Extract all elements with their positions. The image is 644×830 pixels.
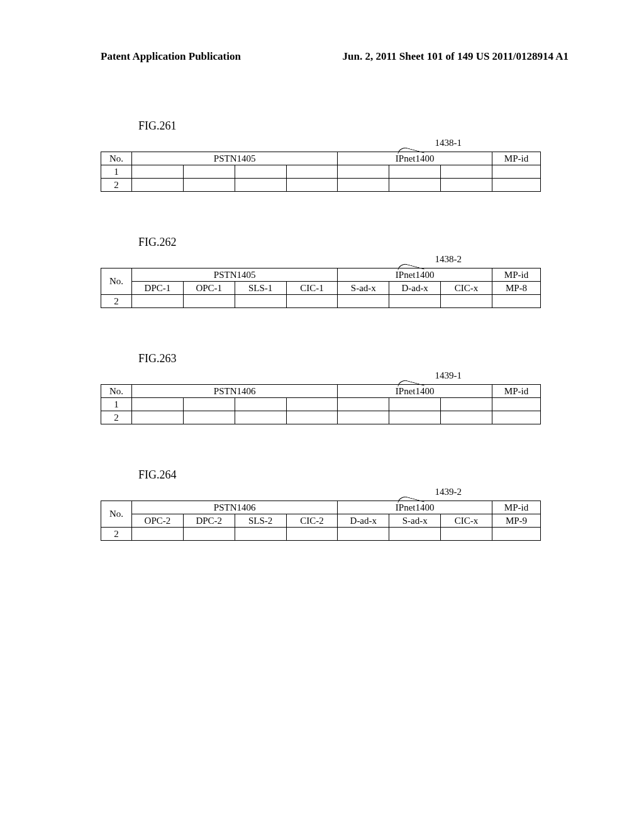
cell bbox=[338, 398, 389, 411]
cell bbox=[492, 411, 541, 424]
table-header-row: No. PSTN1405 IPnet1400 MP-id bbox=[101, 152, 541, 165]
col-mpid: MP-id bbox=[492, 268, 541, 282]
cell bbox=[389, 295, 441, 308]
cell bbox=[286, 165, 338, 179]
cell bbox=[235, 528, 286, 541]
cell bbox=[441, 179, 492, 192]
cell bbox=[235, 295, 286, 308]
reference-label: 1438-2 bbox=[435, 254, 462, 265]
table-row: 2 bbox=[101, 295, 541, 308]
header-left: Patent Application Publication bbox=[101, 50, 241, 63]
cell bbox=[286, 398, 338, 411]
col-pstn: PSTN1406 bbox=[132, 385, 338, 398]
col-pstn: PSTN1405 bbox=[132, 268, 338, 282]
table-row: 2 bbox=[101, 179, 541, 192]
col-mpid: MP-id bbox=[492, 385, 541, 398]
figure-label: FIG.264 bbox=[138, 468, 569, 482]
cell bbox=[441, 295, 492, 308]
figure-264: FIG.264 1439-2 No. PSTN1406 IPnet1400 MP… bbox=[101, 468, 569, 541]
table-row: 2 bbox=[101, 528, 541, 541]
cell: DPC-2 bbox=[183, 514, 235, 528]
col-mpid: MP-id bbox=[492, 152, 541, 165]
cell bbox=[132, 179, 184, 192]
cell bbox=[183, 528, 235, 541]
cell bbox=[235, 398, 286, 411]
cell: SLS-2 bbox=[235, 514, 286, 528]
cell: DPC-1 bbox=[132, 282, 184, 295]
cell: D-ad-x bbox=[338, 514, 389, 528]
table-row: 1 bbox=[101, 398, 541, 411]
cell bbox=[338, 295, 389, 308]
figure-label: FIG.261 bbox=[138, 119, 569, 133]
cell bbox=[441, 411, 492, 424]
cell: CIC-1 bbox=[286, 282, 338, 295]
cell bbox=[132, 398, 184, 411]
col-mpid: MP-id bbox=[492, 501, 541, 514]
cell bbox=[389, 528, 441, 541]
cell: CIC-x bbox=[441, 514, 492, 528]
figure-262: FIG.262 1438-2 No. PSTN1405 IPnet1400 MP… bbox=[101, 236, 569, 308]
cell bbox=[492, 295, 541, 308]
cell bbox=[286, 411, 338, 424]
cell bbox=[183, 165, 235, 179]
cell bbox=[492, 179, 541, 192]
cell bbox=[286, 295, 338, 308]
header-right: Jun. 2, 2011 Sheet 101 of 149 US 2011/01… bbox=[343, 50, 569, 63]
cell bbox=[132, 165, 184, 179]
cell: OPC-1 bbox=[183, 282, 235, 295]
table-fig262: No. PSTN1405 IPnet1400 MP-id DPC-1 OPC-1… bbox=[101, 268, 541, 308]
cell: CIC-2 bbox=[286, 514, 338, 528]
table-fig264: No. PSTN1406 IPnet1400 MP-id OPC-2 DPC-2… bbox=[101, 501, 541, 541]
cell bbox=[389, 165, 441, 179]
cell bbox=[492, 528, 541, 541]
cell bbox=[235, 179, 286, 192]
cell bbox=[338, 165, 389, 179]
cell bbox=[286, 179, 338, 192]
cell bbox=[389, 398, 441, 411]
cell-no: 1 bbox=[101, 398, 132, 411]
cell bbox=[338, 528, 389, 541]
cell bbox=[132, 411, 184, 424]
table-header-row: No. PSTN1406 IPnet1400 MP-id bbox=[101, 385, 541, 398]
cell: OPC-2 bbox=[132, 514, 184, 528]
cell: CIC-x bbox=[441, 282, 492, 295]
cell: MP-9 bbox=[492, 514, 541, 528]
table-fig263: No. PSTN1406 IPnet1400 MP-id 1 bbox=[101, 384, 541, 424]
cell bbox=[286, 528, 338, 541]
cell bbox=[132, 528, 184, 541]
cell bbox=[441, 528, 492, 541]
cell-no: 2 bbox=[101, 411, 132, 424]
figure-261: FIG.261 1438-1 No. PSTN1405 IPnet1400 MP… bbox=[101, 119, 569, 192]
col-no: No. bbox=[101, 268, 132, 295]
figure-label: FIG.263 bbox=[138, 352, 569, 365]
cell bbox=[389, 179, 441, 192]
cell: D-ad-x bbox=[389, 282, 441, 295]
page-header: Patent Application Publication Jun. 2, 2… bbox=[101, 50, 569, 63]
cell bbox=[235, 165, 286, 179]
cell-no: 2 bbox=[101, 179, 132, 192]
col-no: No. bbox=[101, 152, 132, 165]
cell bbox=[492, 165, 541, 179]
cell bbox=[338, 411, 389, 424]
table-row: DPC-1 OPC-1 SLS-1 CIC-1 S-ad-x D-ad-x CI… bbox=[101, 282, 541, 295]
cell bbox=[441, 398, 492, 411]
col-pstn: PSTN1406 bbox=[132, 501, 338, 514]
cell-no: 2 bbox=[101, 295, 132, 308]
cell-no: 1 bbox=[101, 165, 132, 179]
col-pstn: PSTN1405 bbox=[132, 152, 338, 165]
cell bbox=[338, 179, 389, 192]
cell: MP-8 bbox=[492, 282, 541, 295]
cell bbox=[389, 411, 441, 424]
table-header-row: No. PSTN1406 IPnet1400 MP-id bbox=[101, 501, 541, 514]
cell: S-ad-x bbox=[389, 514, 441, 528]
cell bbox=[441, 165, 492, 179]
reference-label: 1438-1 bbox=[435, 138, 462, 148]
cell bbox=[183, 295, 235, 308]
table-header-row: No. PSTN1405 IPnet1400 MP-id bbox=[101, 268, 541, 282]
cell: SLS-1 bbox=[235, 282, 286, 295]
cell: S-ad-x bbox=[338, 282, 389, 295]
table-row: 2 bbox=[101, 411, 541, 424]
cell bbox=[132, 295, 184, 308]
cell bbox=[235, 411, 286, 424]
col-no: No. bbox=[101, 501, 132, 528]
